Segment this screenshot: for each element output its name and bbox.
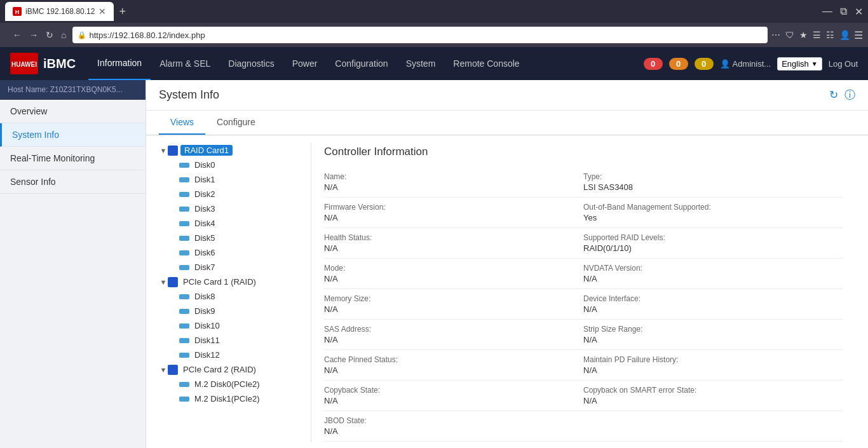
tree-node-disk3[interactable]: Disk3 [159,201,304,216]
tree-node-disk4[interactable]: Disk4 [159,216,304,231]
tab-close-icon[interactable]: ✕ [98,6,106,17]
tab-views[interactable]: Views [159,111,205,135]
disk-icon [179,265,189,270]
tree-node-raid-card1[interactable]: ▼ RAID Card1 [159,143,304,158]
shield-icon: 🛡 [785,30,794,40]
detail-row-type: Type: LSI SAS3408 [583,167,843,198]
detail-row-memory-size: Memory Size: N/A [324,289,583,320]
detail-row-sas-address: SAS Address: N/A [324,320,583,350]
tree-node-disk6[interactable]: Disk6 [159,245,304,260]
disk8-label: Disk8 [192,291,218,302]
pcie-card-icon [168,277,178,287]
back-button[interactable]: ← [10,29,24,41]
disk5-label: Disk5 [192,233,218,243]
language-selector[interactable]: English ▼ [777,57,822,71]
forward-button[interactable]: → [27,29,41,41]
address-bar-row: ← → ↻ ⌂ 🔒 https://192.168.80.12/index.ph… [0,23,868,47]
tree-node-pcie-card2[interactable]: ▼ PCIe Card 2 (RAID) [159,362,304,377]
value-nvdata: N/A [583,274,843,283]
tree-node-disk2[interactable]: Disk2 [159,187,304,201]
detail-row-device-interface: Device Interface: N/A [583,289,843,320]
detail-row-copyback-state: Copyback State: N/A [324,381,583,411]
m2-disk1-label: M.2 Disk1(PCIe2) [192,393,262,404]
tree-node-disk0[interactable]: Disk0 [159,158,304,172]
tree-node-pcie-card1[interactable]: ▼ PCIe Card 1 (RAID) [159,275,304,289]
favicon-icon: H [13,7,22,16]
nav-information[interactable]: Information [88,47,151,80]
tree-node-disk10[interactable]: Disk10 [159,318,304,333]
disk2-label: Disk2 [192,189,218,200]
reader-view-icon[interactable]: ☷ [826,30,834,40]
tree-panel: ▼ RAID Card1 Disk0 Disk1 [159,143,311,442]
home-button[interactable]: ⌂ [58,29,69,41]
huawei-logo-icon: HUAWEI [10,53,38,74]
value-jbod-state: N/A [324,426,583,436]
detail-row-health: Health Status: N/A [324,228,583,259]
sidebar-item-sensor-info[interactable]: Sensor Info [0,170,146,194]
label-type: Type: [583,172,843,181]
value-type: LSI SAS3408 [583,182,843,192]
svg-text:HUAWEI: HUAWEI [11,61,37,68]
detail-row-pd-failure: Maintain PD Failure History: N/A [583,350,843,381]
pcie-card2-icon [168,365,178,375]
label-sas-address: SAS Address: [324,325,583,334]
bookmark-icon[interactable]: ★ [799,30,808,40]
tree-node-m2-disk1[interactable]: M.2 Disk1(PCIe2) [159,391,304,406]
tree-node-disk7[interactable]: Disk7 [159,260,304,275]
disk9-label: Disk9 [192,306,218,316]
tree-node-disk12[interactable]: Disk12 [159,348,304,362]
nav-system[interactable]: System [397,47,445,80]
nav-configuration[interactable]: Configuration [326,47,397,80]
tab-configure[interactable]: Configure [205,111,267,135]
window-controls: — ⧉ ✕ [822,6,863,18]
detail-row-mode: Mode: N/A [324,259,583,289]
help-button[interactable]: ⓘ [844,88,855,102]
sidebar-item-system-info[interactable]: System Info [0,123,146,147]
header-right: 0 0 0 👤 Administ... English ▼ Log Out [644,57,858,71]
value-sas-address: N/A [324,335,583,344]
disk-icon [179,353,189,358]
tree-node-m2-disk0[interactable]: M.2 Disk0(PCIe2) [159,377,304,391]
logout-button[interactable]: Log Out [829,59,858,69]
refresh-button[interactable]: ↻ [829,88,838,102]
sidebar-item-overview[interactable]: Overview [0,100,146,123]
profile-icon[interactable]: 👤 [839,30,850,40]
menu-icon[interactable]: ☰ [854,29,863,41]
nav-diagnostics[interactable]: Diagnostics [219,47,283,80]
browser-tab: H iBMC 192.168.80.12 ✕ [5,2,114,21]
address-bar[interactable]: 🔒 https://192.168.80.12/index.php [72,27,768,43]
disk0-label: Disk0 [192,160,218,170]
new-tab-icon[interactable]: + [119,5,126,18]
label-memory-size: Memory Size: [324,294,583,303]
sidebar-item-realtime-monitoring[interactable]: Real-Time Monitoring [0,147,146,170]
disk-icon [179,309,189,314]
disk-icon [179,221,189,226]
label-copyback-smart: Copyback on SMART error State: [583,386,843,395]
address-bar-controls: ⋯ 🛡 ★ ☰ ☷ 👤 [771,30,850,40]
tree-node-disk11[interactable]: Disk11 [159,333,304,348]
dropdown-arrow-icon: ▼ [811,60,818,67]
nav-remote-console[interactable]: Remote Console [444,47,528,80]
reload-button[interactable]: ↻ [43,29,56,41]
tree-node-disk5[interactable]: Disk5 [159,231,304,245]
close-window-icon[interactable]: ✕ [855,6,863,18]
minimize-icon[interactable]: — [822,6,832,17]
more-options-icon[interactable]: ⋯ [771,30,780,40]
detail-row-fw-version: Firmware Version: N/A [324,198,583,228]
tree-node-disk9[interactable]: Disk9 [159,304,304,318]
detail-row-strip-size: Strip Size Range: N/A [583,320,843,350]
tree-toggle-icon: ▼ [159,366,168,374]
maximize-icon[interactable]: ⧉ [840,6,847,17]
value-device-interface: N/A [583,304,843,314]
detail-row-nvdata: NVDATA Version: N/A [583,259,843,289]
synced-tabs-icon[interactable]: ☰ [813,30,821,40]
tree-node-disk1[interactable]: Disk1 [159,172,304,187]
label-fw-version: Firmware Version: [324,203,583,212]
tree-toggle-icon: ▼ [159,147,168,154]
nav-power[interactable]: Power [283,47,327,80]
disk12-label: Disk12 [192,350,222,360]
nav-alarm-sel[interactable]: Alarm & SEL [151,47,219,80]
tree-node-disk8[interactable]: Disk8 [159,289,304,304]
sidebar-host: Host Name: Z10Z31TXBQN0K5... [0,80,146,100]
language-label: English [782,59,809,69]
